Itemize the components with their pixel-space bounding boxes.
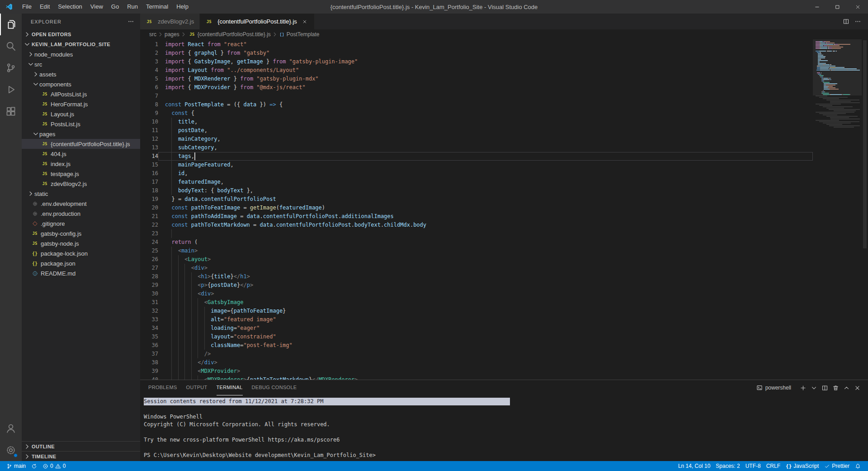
- code-line-19[interactable]: 19 } = data.contentfulPortfolioPost: [140, 195, 813, 204]
- code-line-7[interactable]: 7: [140, 92, 813, 100]
- menu-go[interactable]: Go: [107, 0, 123, 14]
- activity-settings[interactable]: [0, 439, 22, 461]
- open-editors-section[interactable]: OPEN EDITORS: [22, 29, 140, 39]
- folder-node-modules[interactable]: node_modules: [22, 49, 140, 59]
- activity-run-debug[interactable]: [0, 79, 22, 100]
- code-line-11[interactable]: 11 postDate,: [140, 126, 813, 135]
- kill-terminal-button[interactable]: [830, 382, 841, 393]
- code-line-12[interactable]: 12 mainCategory,: [140, 135, 813, 143]
- status-problems[interactable]: 00: [40, 461, 68, 471]
- code-line-37[interactable]: 37 />: [140, 350, 813, 358]
- minimize-button[interactable]: [807, 0, 827, 14]
- code-line-8[interactable]: 8const PostTemplate = ({ data }) => {: [140, 100, 813, 109]
- maximize-button[interactable]: [827, 0, 848, 14]
- file-package-json[interactable]: {}package.json: [22, 258, 140, 268]
- breadcrumb-item-src[interactable]: src: [148, 31, 157, 38]
- code-line-40[interactable]: 40 <MDXRenderer>{pathToTextMarkdown}</MD…: [140, 376, 813, 380]
- new-terminal-button[interactable]: [797, 382, 808, 393]
- code-line-10[interactable]: 10 title,: [140, 118, 813, 126]
- code-line-35[interactable]: 35 layout="constrained": [140, 333, 813, 341]
- code-line-39[interactable]: 39 <MDXProvider>: [140, 367, 813, 376]
- file-env-production[interactable]: .env.production: [22, 209, 140, 219]
- close-tab-icon[interactable]: [301, 18, 309, 26]
- file-testpage-js[interactable]: JStestpage.js: [22, 169, 140, 179]
- code-line-38[interactable]: 38 </div>: [140, 358, 813, 367]
- minimap-slider[interactable]: [813, 39, 862, 95]
- folder-src[interactable]: src: [22, 59, 140, 69]
- code-line-1[interactable]: 1import React from "react": [140, 40, 813, 49]
- code-line-3[interactable]: 3import { GatsbyImage, getImage } from "…: [140, 57, 813, 66]
- code-line-33[interactable]: 33 alt="featured image": [140, 315, 813, 324]
- file-allpostslist-js[interactable]: JSAllPostsList.js: [22, 89, 140, 99]
- panel-tab-problems[interactable]: PROBLEMS: [148, 380, 177, 395]
- code-line-26[interactable]: 26 <Layout>: [140, 255, 813, 264]
- file-env-development[interactable]: .env.development: [22, 199, 140, 209]
- breadcrumb-item-pages[interactable]: pages: [164, 31, 180, 38]
- project-root-folder[interactable]: KEVIN_LAM_PORTFOLIO_SITE: [22, 39, 140, 49]
- code-line-24[interactable]: 24 return (: [140, 238, 813, 247]
- breadcrumb-item-posttemplate[interactable]: PostTemplate: [286, 31, 321, 38]
- code-editor[interactable]: 1import React from "react"2import { grap…: [140, 39, 868, 380]
- menu-selection[interactable]: Selection: [54, 0, 86, 14]
- terminal-shell-selector[interactable]: powershell: [756, 385, 791, 391]
- status-eol[interactable]: CRLF: [764, 461, 783, 471]
- maximize-panel-button[interactable]: [841, 382, 852, 393]
- menu-help[interactable]: Help: [172, 0, 193, 14]
- file-readme-md[interactable]: README.md: [22, 268, 140, 278]
- code-line-18[interactable]: 18 bodyText: { bodyText },: [140, 186, 813, 195]
- code-line-5[interactable]: 5import { MDXRenderer } from "gatsby-plu…: [140, 75, 813, 83]
- panel-tab-output[interactable]: OUTPUT: [186, 380, 208, 395]
- code-line-34[interactable]: 34 loading="eager": [140, 324, 813, 333]
- code-line-14[interactable]: 14 tags,: [140, 152, 813, 161]
- timeline-section[interactable]: TIMELINE: [22, 451, 140, 461]
- editor-scrollbar[interactable]: [862, 39, 868, 380]
- menu-run[interactable]: Run: [123, 0, 142, 14]
- code-line-22[interactable]: 22 const pathToTextMarkdown = data.conte…: [140, 221, 813, 229]
- code-line-6[interactable]: 6import { MDXProvider } from "@mdx-js/re…: [140, 83, 813, 92]
- folder-components[interactable]: components: [22, 79, 140, 89]
- code-line-28[interactable]: 28 <h1>{title}</h1>: [140, 272, 813, 281]
- editor-more-actions[interactable]: [852, 16, 863, 28]
- code-line-32[interactable]: 32 image={pathToFeatImage}: [140, 307, 813, 315]
- status-notifications[interactable]: [852, 461, 863, 471]
- panel-tab-terminal[interactable]: TERMINAL: [217, 380, 243, 395]
- status-branch[interactable]: main: [4, 461, 28, 471]
- activity-source-control[interactable]: [0, 57, 22, 79]
- status-sync-changes[interactable]: [28, 461, 40, 471]
- code-line-25[interactable]: 25 <main>: [140, 247, 813, 255]
- code-line-9[interactable]: 9 const {: [140, 109, 813, 118]
- file-gitignore[interactable]: .gitignore: [22, 219, 140, 228]
- status-encoding[interactable]: UTF-8: [743, 461, 764, 471]
- minimap[interactable]: [813, 39, 862, 380]
- activity-search[interactable]: [0, 35, 22, 57]
- code-line-16[interactable]: 16 id,: [140, 169, 813, 178]
- outline-section[interactable]: OUTLINE: [22, 441, 140, 451]
- activity-extensions[interactable]: [0, 100, 22, 122]
- code-line-29[interactable]: 29 <p>{postDate}</p>: [140, 281, 813, 290]
- terminal-picker-dropdown[interactable]: [808, 382, 819, 393]
- split-terminal-button[interactable]: [819, 382, 830, 393]
- status-indentation[interactable]: Spaces: 2: [713, 461, 742, 471]
- file-layout-js[interactable]: JSLayout.js: [22, 109, 140, 119]
- file-heroformat-js[interactable]: JSHeroFormat.js: [22, 99, 140, 109]
- menu-file[interactable]: File: [18, 0, 36, 14]
- code-line-31[interactable]: 31 <GatsbyImage: [140, 298, 813, 307]
- code-line-30[interactable]: 30 <div>: [140, 290, 813, 298]
- panel-tab-debug-console[interactable]: DEBUG CONSOLE: [252, 380, 297, 395]
- code-line-4[interactable]: 4import Layout from "../components/Layou…: [140, 66, 813, 75]
- code-line-13[interactable]: 13 subCategory,: [140, 143, 813, 152]
- status-formatter[interactable]: Prettier: [821, 461, 852, 471]
- split-editor-button[interactable]: [840, 16, 852, 28]
- folder-static[interactable]: static: [22, 189, 140, 199]
- close-window-button[interactable]: [848, 0, 868, 14]
- code-line-15[interactable]: 15 mainPageFeatured,: [140, 161, 813, 169]
- close-panel-button[interactable]: [852, 382, 863, 393]
- explorer-more-actions[interactable]: [126, 17, 136, 27]
- file-zdevblogv2-js[interactable]: JSzdevBlogv2.js: [22, 179, 140, 189]
- breadcrumb-item-contentfulportfoliopost-title-js[interactable]: {contentfulPortfolioPost.title}.js: [197, 31, 272, 38]
- code-line-2[interactable]: 2import { graphql } from "gatsby": [140, 49, 813, 57]
- activity-explorer[interactable]: [0, 14, 22, 35]
- file-postslist-js[interactable]: JSPostsList.js: [22, 119, 140, 129]
- file-gatsby-node-js[interactable]: JSgatsby-node.js: [22, 238, 140, 248]
- file-package-lock-json[interactable]: {}package-lock.json: [22, 248, 140, 258]
